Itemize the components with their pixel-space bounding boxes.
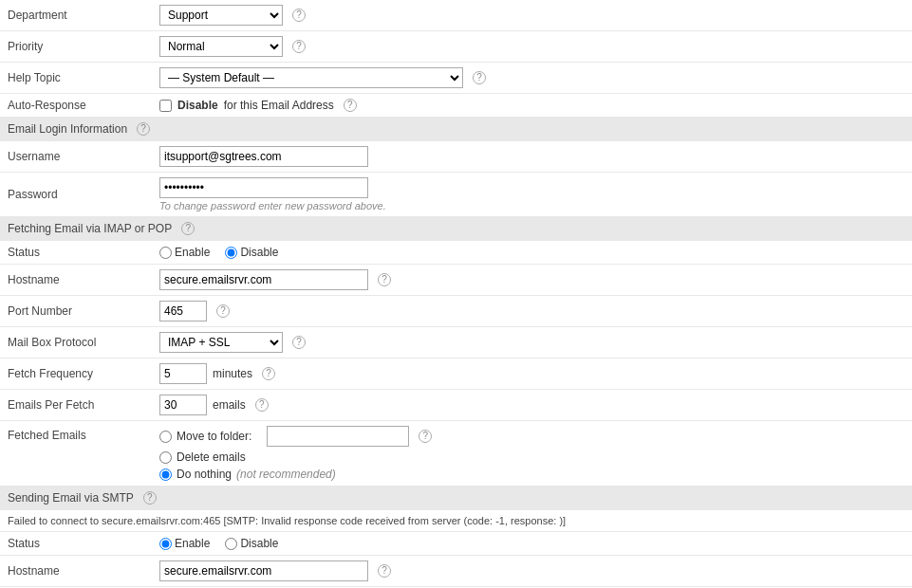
auto-response-checkbox[interactable]: [159, 100, 172, 112]
smtp-error-text: Failed to connect to secure.emailsrvr.co…: [0, 510, 912, 532]
fetch-frequency-suffix: minutes: [213, 367, 252, 380]
help-topic-row: Help Topic — System Default — ?: [0, 63, 912, 94]
fetching-info-icon[interactable]: ?: [181, 222, 195, 235]
fetching-section-header: Fetching Email via IMAP or POP ?: [0, 217, 912, 241]
username-input[interactable]: [159, 146, 368, 167]
help-topic-label: Help Topic: [0, 63, 152, 94]
smtp-info-icon[interactable]: ?: [143, 491, 157, 505]
priority-row: Priority Normal ?: [0, 31, 912, 63]
smtp-hostname-input[interactable]: [159, 560, 368, 581]
password-row: Password To change password enter new pa…: [0, 173, 912, 217]
fetch-hostname-info-icon[interactable]: ?: [378, 273, 391, 286]
help-topic-info-icon[interactable]: ?: [473, 71, 486, 84]
fetched-emails-info-icon[interactable]: ?: [419, 430, 432, 443]
fetch-enable-radio[interactable]: [159, 247, 172, 259]
smtp-hostname-label: Hostname: [0, 556, 152, 587]
folder-input[interactable]: [267, 426, 409, 447]
email-login-section-header: Email Login Information ?: [0, 118, 912, 141]
do-nothing-radio[interactable]: [159, 469, 172, 481]
fetch-frequency-row: Fetch Frequency minutes ?: [0, 358, 912, 390]
smtp-section-header: Sending Email via SMTP ?: [0, 487, 912, 510]
priority-select[interactable]: Normal: [159, 36, 283, 57]
fetch-disable-radio[interactable]: [225, 247, 237, 259]
mailbox-protocol-row: Mail Box Protocol IMAP + SSL IMAP POP3 P…: [0, 327, 912, 358]
delete-emails-text: Delete emails: [177, 450, 246, 464]
emails-per-fetch-suffix: emails: [213, 398, 246, 412]
smtp-status-row: Status Enable Disable: [0, 532, 912, 556]
department-select[interactable]: Support: [159, 5, 283, 26]
move-to-folder-label[interactable]: Move to folder:: [159, 430, 251, 443]
emails-per-fetch-label: Emails Per Fetch: [0, 390, 152, 421]
priority-label: Priority: [0, 31, 152, 63]
settings-form: Department Support ? Priority Normal ? H…: [0, 0, 912, 588]
smtp-disable-label[interactable]: Disable: [225, 537, 278, 550]
fetched-emails-options: Move to folder: ? Delete emails Do nothi…: [159, 426, 904, 481]
fetch-hostname-row: Hostname ?: [0, 265, 912, 296]
fetch-enable-label[interactable]: Enable: [159, 246, 210, 259]
password-input[interactable]: [159, 177, 368, 198]
mailbox-protocol-info-icon[interactable]: ?: [292, 336, 306, 349]
fetch-hostname-label: Hostname: [0, 265, 152, 296]
smtp-section-title: Sending Email via SMTP: [8, 491, 134, 505]
fetch-status-label: Status: [0, 241, 152, 265]
emails-per-fetch-row: Emails Per Fetch emails ?: [0, 390, 912, 421]
auto-response-info-icon[interactable]: ?: [344, 99, 357, 112]
smtp-hostname-info-icon[interactable]: ?: [378, 564, 391, 578]
password-label: Password: [0, 173, 152, 217]
fetch-port-label: Port Number: [0, 296, 152, 327]
smtp-status-label: Status: [0, 532, 152, 556]
fetch-frequency-input[interactable]: [159, 363, 207, 384]
emails-per-fetch-input[interactable]: [159, 395, 207, 415]
delete-emails-radio[interactable]: [159, 451, 172, 464]
delete-emails-label[interactable]: Delete emails: [159, 450, 895, 464]
smtp-hostname-row: Hostname ?: [0, 556, 912, 587]
fetch-port-row: Port Number ?: [0, 296, 912, 327]
fetch-port-input[interactable]: [159, 301, 207, 322]
smtp-disable-radio[interactable]: [225, 538, 237, 550]
email-login-info-icon[interactable]: ?: [137, 122, 150, 136]
email-login-section-title: Email Login Information: [8, 122, 127, 136]
username-label: Username: [0, 141, 152, 173]
priority-info-icon[interactable]: ?: [292, 40, 306, 53]
do-nothing-note: (not recommended): [236, 468, 336, 481]
auto-response-suffix: for this Email Address: [224, 99, 334, 112]
fetch-port-info-icon[interactable]: ?: [216, 304, 230, 318]
smtp-enable-label[interactable]: Enable: [159, 537, 210, 550]
move-to-folder-text: Move to folder:: [177, 430, 251, 443]
password-hint: To change password enter new password ab…: [159, 200, 904, 211]
fetched-emails-label: Fetched Emails: [0, 421, 152, 487]
do-nothing-label[interactable]: Do nothing (not recommended): [159, 468, 895, 481]
mailbox-protocol-select[interactable]: IMAP + SSL IMAP POP3 POP3 + SSL: [159, 332, 283, 353]
smtp-enable-radio[interactable]: [159, 538, 172, 550]
department-label: Department: [0, 0, 152, 31]
mailbox-protocol-label: Mail Box Protocol: [0, 327, 152, 358]
fetching-section-title: Fetching Email via IMAP or POP: [8, 222, 172, 235]
auto-response-label: Auto-Response: [0, 94, 152, 118]
auto-response-row: Auto-Response Disable for this Email Add…: [0, 94, 912, 118]
auto-response-disable-text: Disable: [177, 99, 218, 112]
username-row: Username: [0, 141, 912, 173]
fetch-frequency-label: Fetch Frequency: [0, 358, 152, 390]
fetched-emails-row: Fetched Emails Move to folder: ? Delete …: [0, 421, 912, 487]
fetch-hostname-input[interactable]: [159, 269, 368, 290]
help-topic-select[interactable]: — System Default —: [159, 67, 463, 88]
fetch-status-row: Status Enable Disable: [0, 241, 912, 265]
move-to-folder-radio[interactable]: [159, 431, 172, 443]
do-nothing-text: Do nothing: [177, 468, 232, 481]
department-info-icon[interactable]: ?: [292, 9, 306, 22]
department-row: Department Support ?: [0, 0, 912, 31]
emails-per-fetch-info-icon[interactable]: ?: [255, 398, 269, 412]
fetch-frequency-info-icon[interactable]: ?: [262, 367, 275, 380]
smtp-error-row: Failed to connect to secure.emailsrvr.co…: [0, 510, 912, 532]
fetch-disable-label[interactable]: Disable: [225, 246, 278, 259]
